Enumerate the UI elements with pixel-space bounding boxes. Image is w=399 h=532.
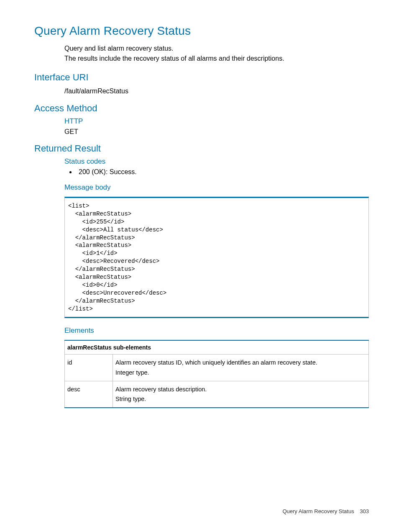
intro-line-1: Query and list alarm recovery status. <box>64 44 369 54</box>
footer-text: Query Alarm Recovery Status <box>282 508 354 514</box>
subheading-http: HTTP <box>64 117 369 126</box>
page-title: Query Alarm Recovery Status <box>34 24 369 38</box>
heading-access-method: Access Method <box>34 103 369 114</box>
table-row: desc Alarm recovery status description.S… <box>65 381 369 408</box>
element-desc: Alarm recovery status description.String… <box>113 381 369 408</box>
element-name: id <box>65 355 113 381</box>
footer-page-number: 303 <box>360 508 369 514</box>
heading-interface-uri: Interface URI <box>34 72 369 83</box>
element-desc: Alarm recovery status ID, which uniquely… <box>113 355 369 381</box>
access-method-value: GET <box>64 128 369 136</box>
subheading-elements: Elements <box>64 326 369 335</box>
subheading-status-codes: Status codes <box>64 157 369 166</box>
status-codes-list: 200 (OK): Success. <box>76 168 369 176</box>
elements-table: alarmRecStatus sub-elements id Alarm rec… <box>64 340 369 408</box>
page-footer: Query Alarm Recovery Status 303 <box>282 508 369 514</box>
status-code-item: 200 (OK): Success. <box>76 168 369 176</box>
heading-returned-result: Returned Result <box>34 143 369 154</box>
intro-line-2: The results include the recovery status … <box>64 54 369 64</box>
element-name: desc <box>65 381 113 408</box>
subheading-message-body: Message body <box>64 183 369 192</box>
message-body-code: <list> <alarmRecStatus> <id>255</id> <de… <box>64 197 369 318</box>
interface-uri-value: /fault/alarmRecStatus <box>64 86 369 96</box>
table-header: alarmRecStatus sub-elements <box>65 340 369 355</box>
intro-block: Query and list alarm recovery status. Th… <box>64 44 369 64</box>
table-row: id Alarm recovery status ID, which uniqu… <box>65 355 369 381</box>
